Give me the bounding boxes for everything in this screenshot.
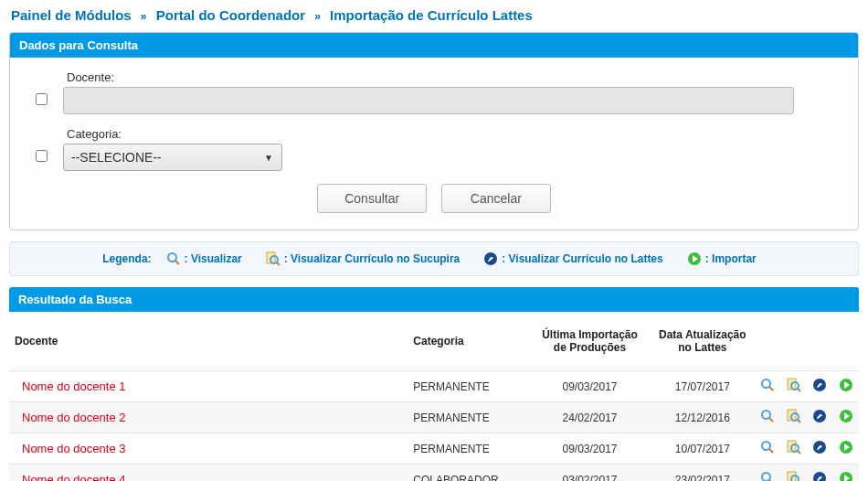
categoria-label: Categoria:	[63, 127, 849, 141]
cell-ultima: 24/02/2017	[529, 402, 651, 433]
breadcrumb-item-painel[interactable]: Painel de Módulos	[11, 7, 132, 23]
breadcrumb-item-importacao[interactable]: Importação de Currículo Lattes	[330, 7, 533, 23]
magnifier-doc-icon[interactable]	[787, 378, 801, 392]
col-docente: Docente	[9, 312, 408, 371]
legend-item-visualizar: : Visualizar	[166, 251, 242, 266]
docente-link[interactable]: Nome do docente 2	[15, 411, 125, 424]
magnifier-doc-icon	[266, 251, 281, 266]
svg-point-7	[762, 379, 770, 388]
cell-ultima: 03/02/2017	[529, 465, 651, 482]
docente-label: Docente:	[63, 70, 794, 84]
import-icon[interactable]	[839, 471, 853, 481]
lattes-icon[interactable]	[812, 471, 827, 481]
import-icon[interactable]	[839, 409, 853, 423]
cell-data-att: 17/07/2017	[651, 371, 755, 402]
table-row: Nome do docente 1PERMANENTE09/03/201717/…	[9, 371, 859, 402]
docente-link[interactable]: Nome do docente 1	[15, 379, 125, 393]
cell-data-att: 10/07/2017	[651, 433, 755, 465]
legend-box: Legenda: : Visualizar : Visualizar Currí…	[9, 241, 859, 276]
cell-categoria: PERMANENTE	[408, 433, 529, 465]
table-row: Nome do docente 3PERMANENTE09/03/201710/…	[9, 433, 859, 465]
svg-line-18	[798, 420, 800, 422]
consultar-button[interactable]: Consultar	[317, 184, 427, 213]
import-icon[interactable]	[839, 378, 853, 392]
breadcrumb-separator: »	[314, 10, 321, 23]
svg-line-15	[769, 418, 773, 422]
magnifier-icon[interactable]	[760, 378, 775, 392]
svg-line-8	[769, 387, 773, 390]
cell-ultima: 09/03/2017	[529, 371, 651, 402]
breadcrumb-separator: »	[141, 10, 147, 23]
lattes-icon[interactable]	[812, 440, 827, 454]
svg-point-0	[168, 253, 176, 262]
cell-categoria: PERMANENTE	[408, 371, 529, 402]
results-title: Resultado da Busca	[9, 287, 859, 312]
col-ultima: Última Importação de Produções	[529, 312, 651, 371]
categoria-checkbox[interactable]	[36, 150, 48, 162]
cell-categoria: COLABORADOR	[408, 465, 529, 482]
docente-link[interactable]: Nome do docente 3	[15, 442, 125, 455]
legend-item-importar: : Importar	[687, 251, 757, 266]
cancelar-button[interactable]: Cancelar	[441, 184, 551, 213]
docente-input[interactable]	[63, 87, 794, 114]
magnifier-icon[interactable]	[760, 440, 775, 454]
magnifier-icon[interactable]	[760, 409, 775, 423]
consulta-panel-title: Dados para Consulta	[10, 33, 858, 58]
table-row: Nome do docente 2PERMANENTE24/02/201712/…	[9, 402, 859, 433]
svg-line-11	[798, 389, 800, 391]
docente-link[interactable]: Nome do docente 4	[15, 473, 125, 481]
magnifier-doc-icon[interactable]	[787, 409, 801, 423]
legend-label: Legenda:	[102, 252, 151, 265]
svg-point-21	[762, 442, 770, 450]
cell-ultima: 09/03/2017	[529, 433, 651, 465]
table-row: Nome do docente 4COLABORADOR03/02/201723…	[9, 465, 859, 482]
svg-line-25	[798, 451, 800, 454]
svg-line-22	[769, 449, 773, 453]
svg-line-4	[277, 262, 280, 265]
breadcrumb: Painel de Módulos » Portal do Coordenado…	[0, 0, 868, 32]
import-icon[interactable]	[839, 440, 853, 454]
breadcrumb-item-portal[interactable]: Portal do Coordenador	[156, 7, 305, 23]
cell-data-att: 23/02/2017	[651, 465, 755, 482]
legend-item-sucupira: : Visualizar Currículo no Sucupira	[266, 251, 460, 266]
results-table: Docente Categoria Última Importação de P…	[9, 312, 859, 481]
magnifier-doc-icon[interactable]	[787, 471, 801, 481]
svg-line-1	[175, 261, 179, 264]
cell-categoria: PERMANENTE	[408, 402, 529, 433]
results-panel: Resultado da Busca Docente Categoria Últ…	[9, 287, 859, 481]
import-icon	[687, 251, 702, 266]
magnifier-icon[interactable]	[760, 471, 775, 481]
lattes-icon[interactable]	[812, 409, 827, 423]
col-categoria: Categoria	[408, 312, 529, 371]
svg-point-14	[762, 411, 770, 419]
cell-data-att: 12/12/2016	[651, 402, 755, 433]
docente-checkbox[interactable]	[36, 93, 48, 105]
consulta-panel: Dados para Consulta Docente: Categoria: …	[9, 32, 859, 230]
svg-point-28	[762, 473, 770, 481]
lattes-icon[interactable]	[812, 378, 827, 392]
magnifier-icon	[166, 251, 181, 266]
categoria-select[interactable]: --SELECIONE--	[63, 144, 282, 171]
magnifier-doc-icon[interactable]	[787, 440, 801, 454]
lattes-icon	[483, 251, 498, 266]
legend-item-lattes: : Visualizar Currículo no Lattes	[483, 251, 662, 266]
col-data-att: Data Atualização no Lattes	[651, 312, 755, 371]
